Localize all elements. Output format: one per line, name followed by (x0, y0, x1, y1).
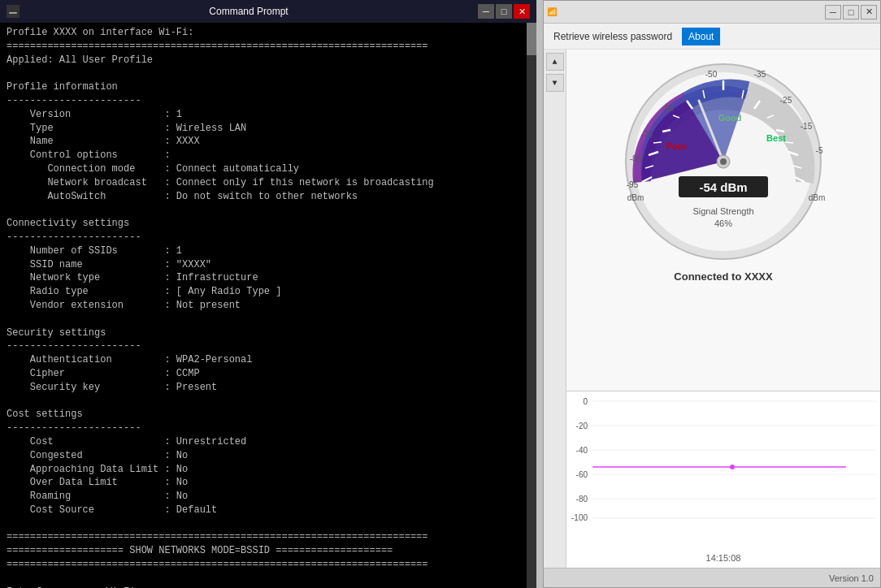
cmd-output: Profile XXXX on interface Wi-Fi: =======… (0, 23, 536, 588)
svg-text:46%: 46% (714, 218, 732, 228)
wifi-menubar: Retrieve wireless password About (544, 24, 880, 50)
wifi-titlebar: 📶 ─ □ ✕ (544, 1, 880, 24)
svg-text:-60: -60 (576, 470, 588, 479)
svg-text:Best: Best (766, 133, 786, 143)
svg-text:-80: -80 (576, 495, 588, 504)
svg-line-17 (785, 142, 793, 143)
cmd-scrollbar-thumb[interactable] (527, 23, 536, 55)
gauge-section: -95 -85 -75 -65 -50 -35 -25 -15 -5 dBm d… (566, 50, 880, 391)
svg-text:dBm: dBm (809, 193, 826, 202)
svg-text:Signal Strength: Signal Strength (692, 206, 753, 216)
command-prompt-window: ▬▬ Command Prompt ─ □ ✕ Profile XXXX on … (0, 0, 536, 588)
chart-svg: 0 -20 -40 -60 -80 -100 (570, 395, 877, 525)
cmd-maximize-button[interactable]: □ (496, 4, 512, 19)
svg-text:0: 0 (583, 397, 588, 406)
svg-text:Good: Good (718, 113, 742, 123)
cmd-minimize-button[interactable]: ─ (478, 4, 494, 19)
cmd-titlebar: ▬▬ Command Prompt ─ □ ✕ (0, 0, 536, 23)
wifi-app-icon: 📶 (547, 7, 557, 17)
wifi-window-controls: ─ □ ✕ (825, 5, 877, 19)
svg-text:-95: -95 (627, 180, 639, 189)
signal-gauge: -95 -85 -75 -65 -50 -35 -25 -15 -5 dBm d… (618, 56, 829, 267)
chart-time-label: 14:15:08 (570, 551, 877, 564)
svg-text:Poor: Poor (666, 141, 687, 151)
svg-text:-75: -75 (641, 130, 653, 139)
cmd-scrollbar[interactable] (527, 23, 536, 588)
svg-text:-15: -15 (801, 122, 813, 131)
svg-text:-85: -85 (630, 154, 642, 163)
svg-line-12 (653, 142, 662, 143)
left-panel-btn-2[interactable]: ▼ (546, 74, 564, 92)
svg-text:-35: -35 (754, 70, 766, 79)
chart-area: 0 -20 -40 -60 -80 -100 (570, 395, 877, 551)
retrieve-password-menu[interactable]: Retrieve wireless password (547, 28, 679, 45)
svg-text:dBm: dBm (627, 193, 644, 202)
chart-section: XXXX 0 -20 -40 -60 -80 -100 (566, 391, 880, 568)
svg-text:-20: -20 (576, 422, 588, 430)
wifi-title-left: 📶 (547, 7, 557, 17)
svg-text:-54 dBm: -54 dBm (699, 180, 747, 194)
version-label: Version 1.0 (829, 573, 874, 583)
svg-text:-50: -50 (705, 70, 718, 79)
cmd-icon: ▬▬ (7, 5, 20, 18)
cmd-title: Command Prompt (20, 6, 478, 17)
connected-label: Connected to XXXX (674, 270, 772, 283)
left-panel-btn-1[interactable]: ▲ (546, 53, 564, 71)
wifi-minimize-button[interactable]: ─ (825, 5, 841, 19)
svg-text:-65: -65 (662, 104, 675, 113)
wifi-left-panel: ▲ ▼ (544, 50, 566, 568)
svg-text:-100: -100 (571, 513, 588, 522)
wifi-body: ▲ ▼ (544, 50, 880, 568)
status-bar: Version 1.0 (544, 568, 880, 587)
cmd-window-controls: ─ □ ✕ (478, 4, 530, 19)
svg-point-21 (720, 158, 727, 165)
wifi-analyzer-window: 📶 ─ □ ✕ Retrieve wireless password About… (543, 0, 881, 588)
svg-point-53 (730, 465, 735, 469)
svg-text:-40: -40 (576, 446, 588, 455)
wifi-maximize-button[interactable]: □ (843, 5, 859, 19)
svg-text:-25: -25 (780, 96, 792, 105)
about-menu[interactable]: About (682, 28, 720, 45)
gauge-svg: -95 -85 -75 -65 -50 -35 -25 -15 -5 dBm d… (618, 56, 829, 267)
wifi-right-panel: -95 -85 -75 -65 -50 -35 -25 -15 -5 dBm d… (566, 50, 880, 568)
cmd-close-button[interactable]: ✕ (514, 4, 530, 19)
wifi-close-button[interactable]: ✕ (861, 5, 877, 19)
svg-text:-5: -5 (816, 146, 823, 155)
